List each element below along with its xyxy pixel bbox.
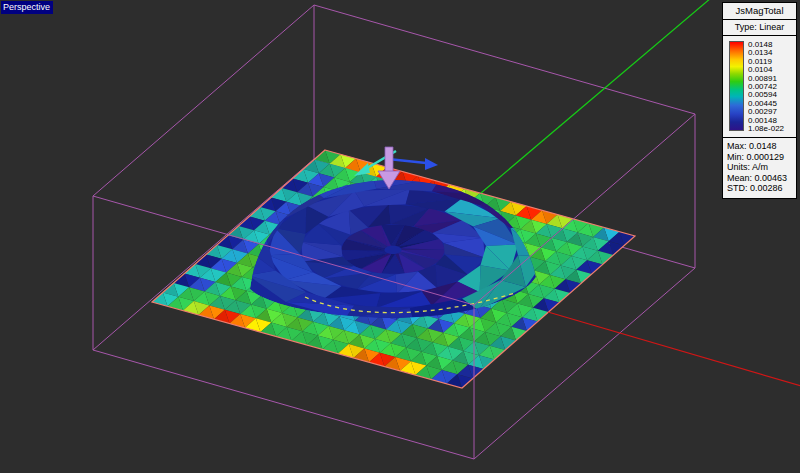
field-legend-panel: JsMagTotal Type: Linear 0.01480.01340.01… xyxy=(722,2,797,199)
viewport-3d[interactable]: Perspective JsMagTotal Type: Linear 0.01… xyxy=(0,0,800,473)
scene-3d-view[interactable] xyxy=(0,0,800,473)
legend-title: JsMagTotal xyxy=(723,3,796,20)
axis-x-red xyxy=(548,312,800,386)
view-mode-label: Perspective xyxy=(1,1,53,14)
legend-scale-type: Type: Linear xyxy=(723,20,796,36)
colorbar-values: 0.01480.01340.01190.01040.008910.007420.… xyxy=(748,41,784,133)
axis-y-green xyxy=(481,0,711,193)
legend-stats: Max: 0.0148Min: 0.000129Units: A/mMean: … xyxy=(723,138,796,198)
legend-color-scale: 0.01480.01340.01190.01040.008910.007420.… xyxy=(723,36,796,138)
colorbar xyxy=(729,41,744,131)
